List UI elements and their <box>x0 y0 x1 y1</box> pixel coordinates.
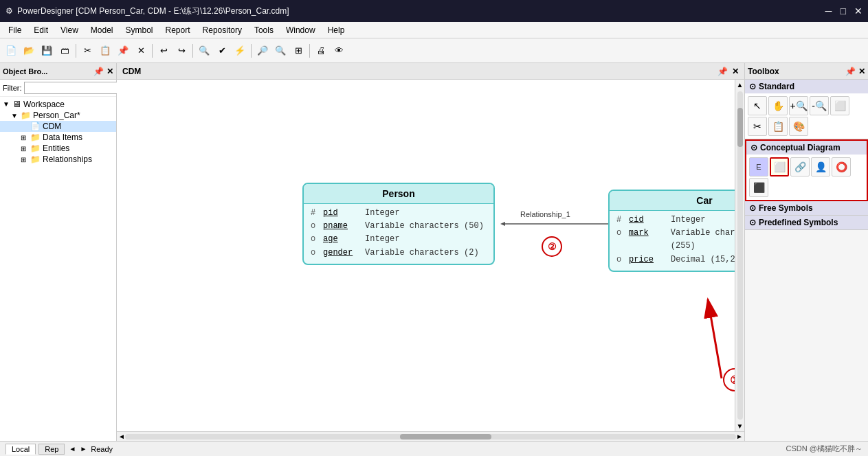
cdm-close-icon[interactable]: ✕ <box>732 67 739 76</box>
scroll-right-icon[interactable]: ► <box>736 433 743 440</box>
close-button[interactable]: ✕ <box>854 5 863 16</box>
menu-tools[interactable]: Tools <box>249 24 279 36</box>
tb-scissors-tool[interactable]: ✂ <box>748 117 767 136</box>
tb-save-all[interactable]: 🗃 <box>56 43 73 59</box>
status-tab-rep[interactable]: Rep <box>38 444 65 455</box>
tb-paint-tool[interactable]: 🎨 <box>789 117 808 136</box>
tree-toggle-workspace[interactable]: ▼ <box>3 100 12 108</box>
toolbox-predefined-header[interactable]: ⊙ Predefined Symbols <box>745 216 868 229</box>
car-entity[interactable]: Car # cid Integer o mark Variable charac… <box>608 190 735 272</box>
menu-model[interactable]: Model <box>85 24 119 36</box>
close-panel-icon[interactable]: ✕ <box>107 67 113 76</box>
tb-zoom-in-tool[interactable]: +🔍 <box>789 96 808 115</box>
person-entity-title: Person <box>304 184 493 204</box>
tb-save[interactable]: 💾 <box>38 43 55 59</box>
cdm-vertical-scrollbar[interactable]: ▲ ▼ <box>735 80 744 431</box>
filter-label: Filter: <box>3 84 22 92</box>
predefined-label: Predefined Symbols <box>759 218 838 227</box>
tb-relationship-table-tool[interactable]: ⬜ <box>770 157 789 176</box>
tree-item-data-items[interactable]: ⊞ 📁 Data Items <box>0 132 116 143</box>
tb-zoom-out-tool[interactable]: -🔍 <box>810 96 829 115</box>
tb-undo[interactable]: ↩ <box>155 43 172 59</box>
title-bar: ⚙ PowerDesigner [CDM Person_Car, CDM - E… <box>0 0 868 22</box>
cdm-pin-icon[interactable]: 📌 <box>717 67 728 76</box>
minimize-button[interactable]: ─ <box>825 5 832 16</box>
h-scroll-track[interactable] <box>125 434 736 440</box>
scroll-up-icon[interactable]: ▲ <box>735 80 744 90</box>
v-scroll-thumb[interactable] <box>737 108 743 147</box>
filter-bar: Filter: ✕ ↺ <box>0 80 116 97</box>
predefined-collapse-icon[interactable]: ⊙ <box>749 218 756 227</box>
toolbox-conceptual-header[interactable]: ⊙ Conceptual Diagram <box>746 141 867 155</box>
menu-bar: File Edit View Model Symbol Report Repos… <box>0 22 868 38</box>
toolbox-standard-header[interactable]: ⊙ Standard <box>745 80 868 93</box>
menu-symbol[interactable]: Symbol <box>120 24 159 36</box>
nav-next-icon[interactable]: ► <box>80 445 87 453</box>
tb-new-page-tool[interactable]: ⬜ <box>830 96 849 115</box>
person-entity[interactable]: Person # pid Integer o pname Variable ch… <box>302 183 495 265</box>
toolbox-free-symbols-header[interactable]: ⊙ Free Symbols <box>745 201 868 215</box>
tb-extra-tool[interactable]: ⬛ <box>749 178 768 197</box>
standard-collapse-icon[interactable]: ⊙ <box>749 82 756 91</box>
tb-print[interactable]: 🖨 <box>313 43 329 59</box>
menu-file[interactable]: File <box>3 24 27 36</box>
menu-report[interactable]: Report <box>160 24 196 36</box>
tree-toggle-entities[interactable]: ⊞ <box>21 145 30 152</box>
tree-item-person-car[interactable]: ▼ 📁 Person_Car* <box>0 110 116 121</box>
tree-item-entities[interactable]: ⊞ 📁 Entities <box>0 143 116 154</box>
tb-delete[interactable]: ✕ <box>133 43 149 59</box>
free-symbols-collapse-icon[interactable]: ⊙ <box>749 203 756 213</box>
status-tab-local[interactable]: Local <box>5 444 36 455</box>
nav-prev-icon[interactable]: ◄ <box>69 445 76 453</box>
tb-zoom-in[interactable]: 🔎 <box>254 43 271 59</box>
toolbox-pin-icon[interactable]: 📌 <box>845 67 856 76</box>
tree-label-relationships: Relationships <box>43 155 92 164</box>
tb-zoom-fit[interactable]: ⊞ <box>290 43 307 59</box>
tree-toggle-relationships[interactable]: ⊞ <box>21 156 30 163</box>
tb-inheritance-tool[interactable]: 👤 <box>811 157 830 176</box>
conceptual-label: Conceptual Diagram <box>760 143 841 152</box>
tb-entity-tool[interactable]: E <box>749 157 768 176</box>
tb-find[interactable]: 🔍 <box>196 43 212 59</box>
tb-zoom-out[interactable]: 🔍 <box>272 43 289 59</box>
conceptual-collapse-icon[interactable]: ⊙ <box>750 143 757 152</box>
filter-input[interactable] <box>24 82 123 94</box>
toolbar-sep-5 <box>309 44 310 58</box>
tb-cut[interactable]: ✂ <box>79 43 96 59</box>
maximize-button[interactable]: □ <box>841 5 846 16</box>
menu-view[interactable]: View <box>55 24 84 36</box>
tree-item-cdm[interactable]: 📄 CDM <box>0 121 116 132</box>
scroll-down-icon[interactable]: ▼ <box>735 421 744 431</box>
tree-toggle-data-items[interactable]: ⊞ <box>21 134 30 141</box>
tb-relationship-tool[interactable]: ⭕ <box>832 157 851 176</box>
toolbox-close-icon[interactable]: ✕ <box>858 67 865 76</box>
tb-preview[interactable]: 👁 <box>331 43 347 59</box>
cdm-title: CDM <box>122 67 141 76</box>
h-scroll-thumb[interactable] <box>400 434 491 440</box>
menu-repository[interactable]: Repository <box>197 24 247 36</box>
tb-check[interactable]: ✔ <box>214 43 230 59</box>
menu-help[interactable]: Help <box>322 24 350 36</box>
object-browser-panel: Object Bro... 📌 ✕ Filter: ✕ ↺ ▼ 🖥 Worksp… <box>0 63 117 441</box>
pin-icon[interactable]: 📌 <box>93 67 104 76</box>
cdm-horizontal-scrollbar[interactable]: ◄ ► <box>117 431 744 441</box>
tree-item-relationships[interactable]: ⊞ 📁 Relationships <box>0 154 116 165</box>
menu-edit[interactable]: Edit <box>28 24 54 36</box>
tree-toggle-person-car[interactable]: ▼ <box>11 112 21 119</box>
tb-generate[interactable]: ⚡ <box>232 43 248 59</box>
tb-copy[interactable]: 📋 <box>97 43 113 59</box>
tb-pointer-tool[interactable]: ↖ <box>748 96 767 115</box>
tb-paste[interactable]: 📌 <box>115 43 131 59</box>
tb-open[interactable]: 📂 <box>21 43 37 59</box>
person-row-age: o age Integer <box>311 233 487 246</box>
tb-hand-tool[interactable]: ✋ <box>768 96 788 115</box>
tb-association-tool[interactable]: 🔗 <box>790 157 810 176</box>
tb-redo[interactable]: ↪ <box>173 43 190 59</box>
scroll-left-icon[interactable]: ◄ <box>118 433 125 440</box>
tb-paste-tool[interactable]: 📋 <box>768 117 788 136</box>
menu-window[interactable]: Window <box>280 24 321 36</box>
v-scroll-track[interactable] <box>737 91 743 420</box>
tb-new[interactable]: 📄 <box>3 43 19 59</box>
tree-item-workspace[interactable]: ▼ 🖥 Workspace <box>0 98 116 110</box>
cdm-canvas[interactable]: Person # pid Integer o pname Variable ch… <box>117 80 735 431</box>
